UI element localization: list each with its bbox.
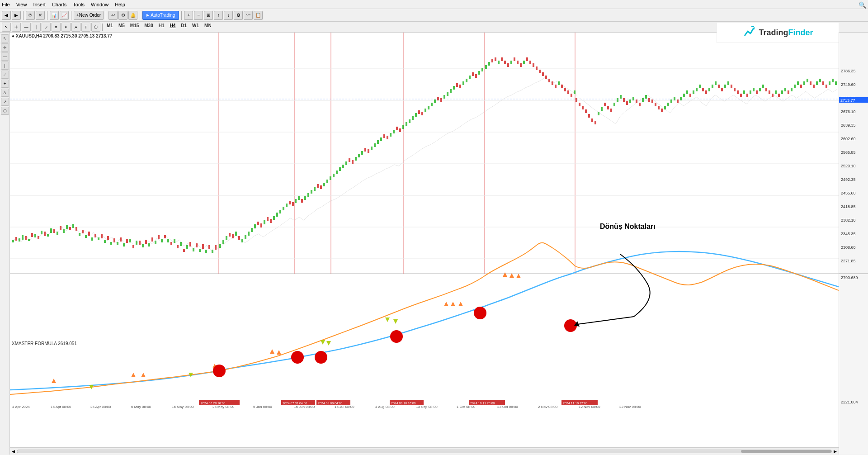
svg-rect-243 xyxy=(715,81,717,85)
toolbar-chart2[interactable]: 📈 xyxy=(60,11,69,20)
svg-rect-85 xyxy=(215,245,217,250)
svg-rect-195 xyxy=(564,88,566,91)
autotrading-button[interactable]: AutoTrading xyxy=(142,11,179,20)
svg-rect-32 xyxy=(47,234,49,237)
toolbar-forward[interactable]: ▶ xyxy=(12,11,21,20)
draw-line-h[interactable]: — xyxy=(22,23,31,32)
scroll-nav-left[interactable]: ◀ xyxy=(12,449,15,454)
separator-3 xyxy=(71,11,71,20)
menu-tools[interactable]: Tools xyxy=(73,2,85,7)
draw-shape[interactable]: ⬡ xyxy=(91,23,100,32)
svg-rect-66 xyxy=(155,241,156,244)
separator-1 xyxy=(23,11,24,20)
lt-cursor[interactable]: ↖ xyxy=(1,34,9,43)
svg-rect-21 xyxy=(12,240,14,242)
new-order-button[interactable]: + New Order xyxy=(74,11,104,20)
svg-rect-249 xyxy=(734,88,736,91)
draw-arrow[interactable]: T xyxy=(81,23,90,32)
tf-h1[interactable]: H1 xyxy=(156,23,167,31)
svg-rect-175 xyxy=(501,57,503,61)
toolbar-scroll-right[interactable]: ↓ xyxy=(224,11,233,20)
menu-help[interactable]: Help xyxy=(115,2,125,7)
menu-charts[interactable]: Charts xyxy=(52,2,66,7)
menu-window[interactable]: Window xyxy=(91,2,108,7)
svg-rect-241 xyxy=(708,88,710,91)
toolbar-zoom-in[interactable]: + xyxy=(184,11,193,20)
menu-file[interactable]: File xyxy=(2,2,10,7)
draw-line-v[interactable]: | xyxy=(32,23,41,32)
toolbar-tick-chart[interactable]: 〰 xyxy=(244,11,253,20)
svg-rect-41 xyxy=(75,227,77,231)
toolbar-settings[interactable]: ⚙ xyxy=(234,11,243,20)
toolbar-scroll-left[interactable]: ↑ xyxy=(214,11,223,20)
svg-rect-107 xyxy=(286,204,288,207)
tf-m30[interactable]: M30 xyxy=(142,23,155,31)
search-area[interactable]: 🔍 xyxy=(859,1,866,9)
lt-shape[interactable]: ⬡ xyxy=(1,107,9,115)
svg-rect-43 xyxy=(82,230,84,233)
lt-crosshair[interactable]: ✛ xyxy=(1,43,9,52)
svg-rect-177 xyxy=(507,63,509,67)
toolbar-refresh[interactable]: ⟳ xyxy=(26,11,35,20)
lt-trendline[interactable]: ⟋ xyxy=(1,71,9,79)
svg-rect-278 xyxy=(826,85,827,88)
tf-m15[interactable]: M15 xyxy=(128,23,141,31)
toolbar-grid[interactable]: ⊞ xyxy=(204,11,213,20)
svg-rect-83 xyxy=(208,245,210,249)
svg-text:2602.60: 2602.60 xyxy=(841,137,856,141)
svg-rect-199 xyxy=(576,98,577,102)
lt-line-h[interactable]: — xyxy=(1,52,9,61)
svg-rect-114 xyxy=(307,193,309,197)
scroll-nav-right[interactable]: ▶ xyxy=(834,449,837,454)
draw-crosshair[interactable]: ✛ xyxy=(12,23,21,32)
svg-rect-45 xyxy=(88,232,90,236)
svg-rect-131 xyxy=(361,151,363,155)
toolbar-close[interactable]: ✕ xyxy=(36,11,45,20)
svg-rect-101 xyxy=(267,217,269,221)
draw-text[interactable]: A xyxy=(71,23,80,32)
toolbar-zoom-out[interactable]: − xyxy=(194,11,203,20)
menu-view[interactable]: View xyxy=(16,2,27,7)
svg-rect-240 xyxy=(705,90,707,94)
toolbar-expert[interactable]: ⚙ xyxy=(118,11,127,20)
tf-m5[interactable]: M5 xyxy=(116,23,127,31)
separator-2 xyxy=(47,11,47,20)
svg-text:6 May 08:00: 6 May 08:00 xyxy=(131,405,151,409)
lt-fibo[interactable]: ✦ xyxy=(1,80,9,88)
toolbar-back[interactable]: ◀ xyxy=(2,11,11,20)
draw-cursor[interactable]: ↖ xyxy=(2,23,11,32)
tf-mn[interactable]: MN xyxy=(202,23,214,31)
draw-fibo[interactable]: ✦ xyxy=(61,23,71,32)
bottom-scrollbar[interactable]: ◀ ▶ xyxy=(10,447,839,455)
svg-rect-189 xyxy=(545,76,547,79)
svg-rect-44 xyxy=(85,235,87,238)
lt-arrow[interactable]: ↗ xyxy=(1,98,9,106)
svg-text:15 Jul 08:00: 15 Jul 08:00 xyxy=(335,405,354,409)
svg-rect-235 xyxy=(689,94,691,97)
svg-rect-48 xyxy=(98,237,99,240)
svg-rect-205 xyxy=(594,121,596,124)
draw-trendline[interactable]: ⟋ xyxy=(42,23,51,32)
svg-rect-62 xyxy=(142,244,144,247)
tf-h4[interactable]: H4 xyxy=(168,23,178,31)
toolbar-chart1[interactable]: 📊 xyxy=(50,11,59,20)
svg-rect-165 xyxy=(469,76,471,79)
toolbar-undo[interactable]: ↩ xyxy=(108,11,118,20)
chart-container[interactable]: ● XAUUSD,H4 2706.83 2715.30 2705.13 2713… xyxy=(10,33,839,455)
svg-text:2 Nov 08:00: 2 Nov 08:00 xyxy=(538,405,558,409)
lt-text[interactable]: A xyxy=(1,89,9,97)
tf-d1[interactable]: D1 xyxy=(179,23,189,31)
scrollbar-thumb[interactable] xyxy=(741,450,831,453)
toolbar-period[interactable]: 📋 xyxy=(254,11,263,20)
toolbar-alert[interactable]: 🔔 xyxy=(128,11,137,20)
tf-m1[interactable]: M1 xyxy=(104,23,115,31)
menu-insert[interactable]: Insert xyxy=(33,2,46,7)
svg-rect-178 xyxy=(510,61,512,64)
tf-w1[interactable]: W1 xyxy=(190,23,201,31)
search-icon[interactable]: 🔍 xyxy=(859,1,866,9)
scrollbar-track[interactable] xyxy=(17,450,832,453)
draw-channel[interactable]: ≡ xyxy=(52,23,61,32)
svg-rect-166 xyxy=(472,72,474,76)
lt-line-v[interactable]: | xyxy=(1,62,9,70)
svg-rect-223 xyxy=(651,100,653,103)
